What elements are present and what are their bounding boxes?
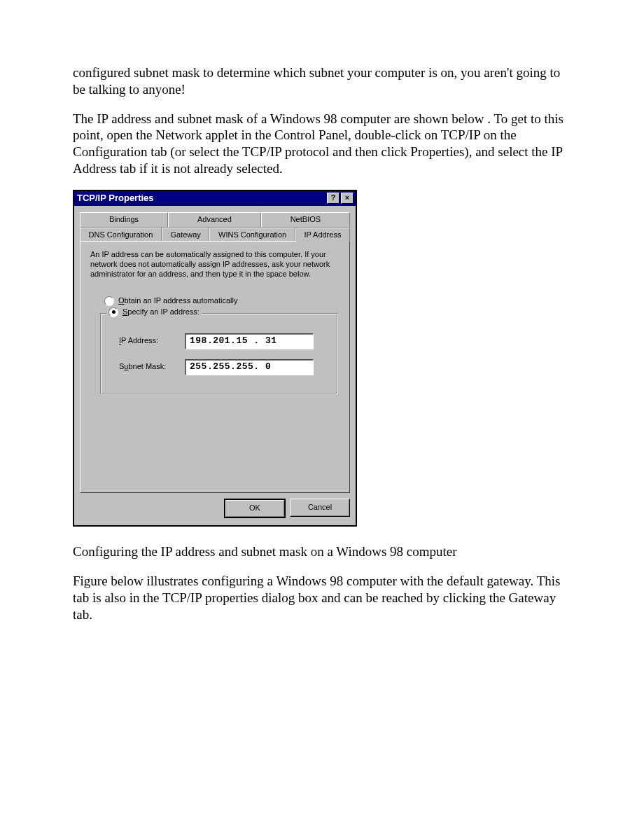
help-button[interactable]: ? [327,193,340,204]
tab-wins-configuration[interactable]: WINS Configuration [209,228,295,242]
radio-obtain[interactable] [104,296,114,306]
tcpip-properties-dialog: TCP/IP Properties ? × Bindings Advanced … [73,190,357,527]
body-paragraph-1: configured subnet mask to determine whic… [73,64,571,98]
subnet-mask-label: Subnet Mask: [119,362,185,372]
cancel-button[interactable]: Cancel [290,499,350,517]
ip-address-panel: An IP address can be automatically assig… [80,241,350,493]
ok-button[interactable]: OK [224,499,286,518]
radio-specify[interactable] [108,307,118,317]
tab-gateway[interactable]: Gateway [162,228,210,242]
ip-address-input[interactable]: 198.201.15 . 31 [185,333,314,349]
tab-row-top: Bindings Advanced NetBIOS [80,212,350,228]
subnet-mask-row: Subnet Mask: 255.255.255. 0 [119,359,326,375]
tab-ip-address[interactable]: IP Address [295,228,350,242]
subnet-mask-input[interactable]: 255.255.255. 0 [185,359,314,375]
dialog-titlebar: TCP/IP Properties ? × [74,191,356,206]
tab-dns-configuration[interactable]: DNS Configuration [80,228,162,242]
body-paragraph-3: Figure below illustrates configuring a W… [73,573,571,623]
titlebar-buttons: ? × [327,193,354,204]
specify-groupbox: Specify an IP address: IP Address: 198.2… [100,313,338,394]
tab-netbios[interactable]: NetBIOS [261,212,350,228]
panel-description: An IP address can be automatically assig… [90,250,340,279]
ip-address-row: IP Address: 198.201.15 . 31 [119,333,326,349]
tab-advanced[interactable]: Advanced [168,212,261,228]
dialog-button-row: OK Cancel [80,499,350,518]
dialog-body: Bindings Advanced NetBIOS DNS Configurat… [74,206,356,526]
radio-obtain-label: Obtain an IP address automatically [118,296,237,306]
body-paragraph-2: The IP address and subnet mask of a Wind… [73,111,571,177]
tab-bindings[interactable]: Bindings [80,212,168,228]
radio-dot-icon [112,310,115,314]
radio-specify-label: Specify an IP address: [122,307,200,317]
ip-address-label: IP Address: [119,336,185,346]
radio-specify-row: Specify an IP address: [106,307,202,317]
dialog-title: TCP/IP Properties [77,193,154,204]
tab-row-bottom: DNS Configuration Gateway WINS Configura… [80,228,350,242]
radio-obtain-row: Obtain an IP address automatically [104,296,340,306]
close-button[interactable]: × [341,193,354,204]
figure-caption: Configuring the IP address and subnet ma… [73,543,571,560]
